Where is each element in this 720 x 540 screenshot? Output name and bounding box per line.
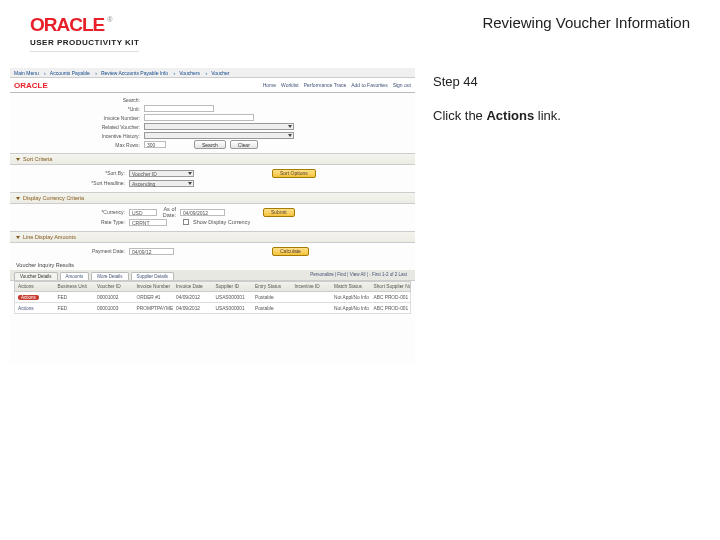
breadcrumb-item[interactable]: Review Accounts Payable Info [101, 70, 168, 76]
instr-post: link. [534, 108, 561, 123]
tab-more-details[interactable]: More Details [91, 272, 128, 280]
th-invoice-date: Invoice Date [173, 284, 213, 289]
link-worklist[interactable]: Worklist [281, 82, 299, 88]
cell-est: Postable [252, 306, 292, 311]
breadcrumb: Main Menu › Accounts Payable › Review Ac… [10, 68, 415, 78]
instr-pre: Click the [433, 108, 486, 123]
rate-input[interactable]: CRRNT [129, 219, 167, 226]
label-rate: Rate Type: [70, 219, 125, 225]
link-signout[interactable]: Sign out [393, 82, 411, 88]
breadcrumb-item[interactable]: Voucher [211, 70, 229, 76]
brand-word: ORACLE [30, 14, 104, 36]
step-label: Step 44 [433, 74, 700, 89]
actions-link[interactable]: Actions [18, 306, 34, 311]
header: ORACLE ® USER PRODUCTIVITY KIT Reviewing… [0, 0, 720, 58]
cell-vid: 00001003 [94, 306, 134, 311]
cell-bu: FED [55, 306, 95, 311]
app-brand-bar: ORACLE Home Worklist Performance Trace A… [10, 78, 415, 93]
related-select[interactable] [144, 123, 294, 130]
instruction-text: Click the Actions link. [433, 107, 700, 125]
tab-amounts[interactable]: Amounts [60, 272, 90, 280]
label-unit: *Unit: [80, 106, 140, 112]
cell-ms: Not Appl/No Info [331, 306, 371, 311]
incentive-select[interactable] [144, 132, 294, 139]
search-button[interactable]: Search [194, 140, 226, 149]
sort-options-button[interactable]: Sort Options [272, 169, 316, 178]
sort-by-select[interactable]: Voucher ID [129, 170, 194, 177]
th-voucher-id: Voucher ID [94, 284, 134, 289]
cell-sup: USAS000001 [213, 306, 253, 311]
logo: ORACLE ® USER PRODUCTIVITY KIT [30, 14, 139, 52]
label-search: Search: [80, 97, 140, 103]
label-show-currency: Show Display Currency [193, 219, 250, 225]
table-header: Actions Business Unit Voucher ID Invoice… [14, 281, 411, 292]
th-actions: Actions [15, 284, 55, 289]
label-sort-headline: *Sort Headline: [70, 180, 125, 186]
payment-date-input[interactable]: 04/09/12 [129, 248, 174, 255]
breadcrumb-item[interactable]: Vouchers [179, 70, 200, 76]
label-payment-date: Payment Date: [70, 248, 125, 254]
cell-bu: FED [55, 295, 95, 300]
cell-ssn: ABC PROD-001 [371, 295, 411, 300]
trademark-icon: ® [107, 16, 112, 23]
breadcrumb-item[interactable]: Main Menu [14, 70, 39, 76]
product-subtitle: USER PRODUCTIVITY KIT [30, 38, 139, 47]
currency-input[interactable]: USD [129, 209, 157, 216]
section-display-currency[interactable]: Display Currency Criteria [10, 192, 415, 204]
table-row: Actions FED 00001003 PROMPTPAYMENT 04/09… [14, 303, 411, 314]
label-related: Related Voucher: [80, 124, 140, 130]
th-entry: Entry Status [252, 284, 292, 289]
results-table: Actions Business Unit Voucher ID Invoice… [14, 281, 411, 314]
cell-inv: PROMPTPAYMENT [134, 306, 174, 311]
invoice-input[interactable] [144, 114, 254, 121]
results-tabs: Voucher Details Amounts More Details Sup… [10, 270, 415, 281]
cell-sup: USAS000001 [213, 295, 253, 300]
instruction-panel: Step 44 Click the Actions link. [433, 68, 700, 363]
breadcrumb-item[interactable]: Accounts Payable [50, 70, 90, 76]
main-content: Main Menu › Accounts Payable › Review Ac… [0, 58, 720, 363]
calculate-button[interactable]: Calculate [272, 247, 309, 256]
th-invoice: Invoice Number [134, 284, 174, 289]
show-currency-checkbox[interactable] [183, 219, 189, 225]
th-supplier: Supplier ID [213, 284, 253, 289]
label-currency: *Currency: [70, 209, 125, 215]
submit-button[interactable]: Submit [263, 208, 295, 217]
link-perf-trace[interactable]: Performance Trace [304, 82, 347, 88]
label-date: As of Date: [161, 206, 176, 218]
th-short-name: Short Supplier Name [371, 284, 411, 289]
actions-link[interactable]: Actions [18, 295, 39, 300]
instr-bold: Actions [486, 108, 534, 123]
cell-ssn: ABC PROD-001 [371, 306, 411, 311]
logo-underline [30, 51, 139, 52]
label-max: Max Rows: [80, 142, 140, 148]
cell-vid: 00001002 [94, 295, 134, 300]
link-home[interactable]: Home [263, 82, 276, 88]
cell-ms: Not Appl/No Info [331, 295, 371, 300]
section-sort-criteria[interactable]: Sort Criteria [10, 153, 415, 165]
label-sort-by: *Sort By: [70, 170, 125, 176]
label-incentive: Incentive History: [80, 133, 140, 139]
table-row: Actions FED 00001002 ORDER #1 04/09/2012… [14, 292, 411, 303]
sort-headline-select[interactable]: Ascending [129, 180, 194, 187]
cell-inv: ORDER #1 [134, 295, 174, 300]
link-favorites[interactable]: Add to Favorites [351, 82, 387, 88]
results-pager[interactable]: Personalize | Find | View All | ◦ First … [310, 272, 411, 280]
oracle-logo-small: ORACLE [14, 81, 48, 90]
section-line-display[interactable]: Line Display Amounts [10, 231, 415, 243]
app-screenshot: Main Menu › Accounts Payable › Review Ac… [10, 68, 415, 363]
max-rows-input[interactable]: 300 [144, 141, 166, 148]
clear-button[interactable]: Clear [230, 140, 258, 149]
cell-est: Postable [252, 295, 292, 300]
tab-voucher-details[interactable]: Voucher Details [14, 272, 58, 280]
date-input[interactable]: 04/09/2012 [180, 209, 225, 216]
page-title: Reviewing Voucher Information [482, 14, 690, 31]
unit-input[interactable] [144, 105, 214, 112]
cell-idate: 04/09/2012 [173, 295, 213, 300]
th-match: Match Status [331, 284, 371, 289]
cell-idate: 04/09/2012 [173, 306, 213, 311]
results-title: Voucher Inquiry Results [10, 260, 415, 270]
th-bu: Business Unit [55, 284, 95, 289]
tab-supplier-details[interactable]: Supplier Details [131, 272, 175, 280]
label-invoice: Invoice Number: [80, 115, 140, 121]
search-form: Search: *Unit: Invoice Number: Related V… [10, 93, 415, 153]
